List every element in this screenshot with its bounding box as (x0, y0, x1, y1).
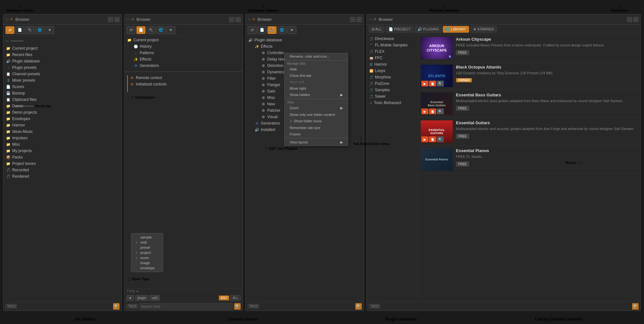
ctx-clone[interactable]: Clone this tab (285, 72, 348, 79)
panel3-nav-arrows[interactable]: ↑↓ (248, 18, 251, 21)
panel1-item-plugin-presets[interactable]: ♪ Plugin presets (4, 64, 121, 71)
panel1-item-envelopes[interactable]: 📁 Envelopes (4, 116, 121, 122)
panel4-lib-samples[interactable]: 🎵 Samples (367, 87, 418, 93)
panel3-btn-star[interactable]: ★ (287, 26, 296, 34)
panel1-tags-label[interactable]: TAGS (5, 304, 17, 309)
panel1-item-channel-presets[interactable]: 📋 Channel presets (4, 71, 121, 77)
panel2-item-initialized[interactable]: ⚙ Initialized controls (130, 81, 240, 87)
panel2-nav-arrows[interactable]: ↑↓ (127, 18, 130, 21)
panel1-item-backup[interactable]: 💾 Backup (4, 90, 121, 96)
panel2-tag-preset[interactable]: preset (131, 245, 163, 250)
panel4-lib-harmor[interactable]: 🎛 Harmor (367, 61, 418, 68)
panel1-btn-web[interactable]: 🌐 (35, 26, 44, 34)
panel4-lib-fpc[interactable]: 🥁 FPC (367, 55, 418, 61)
ctx-view-layout[interactable]: View layout▶ (285, 139, 348, 146)
panel4-close-btn[interactable]: × (633, 17, 639, 22)
panel3-minimize-btn[interactable]: – (350, 17, 355, 22)
ctx-show-folder-icons[interactable]: Show folder icons (285, 118, 348, 125)
panel2-btn-web[interactable]: 🌐 (156, 26, 165, 34)
panel2-item-patterns[interactable]: ♪ Patterns (125, 50, 243, 56)
arksun-zoom-icon[interactable]: 🔍 (449, 55, 452, 59)
panel1-minimize-btn[interactable]: – (108, 17, 113, 22)
panel4-lib-directwave[interactable]: 🎵 Directwave (367, 36, 418, 42)
panel1-btn-plugin[interactable]: 🔌 (25, 26, 34, 34)
panel4-tab-project[interactable]: 📄 PROJECT (386, 26, 413, 33)
panel2-item-remote-control[interactable]: ⚙ Remote control (130, 75, 240, 81)
panel3-item-plugin-db[interactable]: 🔊 Plugin database (246, 37, 364, 43)
guitars-browse-btn[interactable]: 📋 (429, 136, 436, 142)
panel2-btn-instruments[interactable]: ⇄ (127, 26, 136, 34)
panel4-lib-flex[interactable]: 🎵 FLEX (367, 48, 418, 55)
preset-guitars[interactable]: ESSENTIAL GUITARS ▶ 📋 🔍 Essential Guitar… (418, 118, 640, 146)
panel2-btn-file[interactable]: 📄 (136, 26, 145, 34)
panel2-btn-plugin[interactable]: 🔌 (146, 26, 155, 34)
panel1-item-plugin-database[interactable]: 🔊 Plugin database (4, 58, 121, 64)
guitars-play-btn[interactable]: ▶ (421, 136, 428, 142)
atlantis-browse-btn[interactable]: 📋 (429, 81, 436, 86)
ctx-rename[interactable]: Rename, color and icon... (285, 53, 348, 60)
ctx-move-right[interactable]: Move right (285, 85, 348, 92)
panel1-item-recent-files[interactable]: 📁 Recent files (4, 52, 121, 58)
bass-search-btn[interactable]: 🔍 (437, 109, 444, 114)
panel1-btn-star[interactable]: ★ (45, 26, 54, 34)
panel4-lib-morphine[interactable]: 🎵 Morphine (367, 74, 418, 80)
panel4-tab-all[interactable]: ⇄ ALL (369, 26, 384, 33)
panel3-btn-web[interactable]: 🌐 (277, 26, 286, 34)
panel2-close-btn[interactable]: × (235, 17, 241, 22)
panel1-item-demo-projects[interactable]: 📁 Demo projects (4, 109, 121, 116)
panel1-item-misc[interactable]: 📁 Misc (4, 141, 121, 148)
bass-browse-btn[interactable]: 📋 (429, 109, 436, 114)
preset-atlantis[interactable]: ATLANTIS ▶ 📋 🔍 Black Octopus Atlantis 12… (418, 62, 640, 90)
panel2-item-effects[interactable]: ✨ Effects (125, 56, 243, 62)
panel1-item-project-bones[interactable]: 📁 Project bones (4, 160, 121, 167)
preset-pianos[interactable]: Essential Pianos Essential Pianos FREE F… (418, 146, 640, 174)
panel4-lib-toxic[interactable]: ⚠ Toxic Biohazard (367, 100, 418, 106)
bass-play-btn[interactable]: ▶ (421, 109, 428, 114)
panel1-item-recorded[interactable]: 🎵 Recorded (4, 167, 121, 173)
panel2-tag-score[interactable]: ✓ score (131, 255, 163, 260)
guitars-search-btn[interactable]: 🔍 (437, 136, 444, 142)
panel2-item-generators[interactable]: ⚙ Generators (125, 62, 243, 69)
panel3-close-btn[interactable]: × (357, 17, 362, 22)
ctx-hide[interactable]: Hide (285, 66, 348, 72)
panel2-any-btn[interactable]: ANY (219, 296, 229, 300)
panel1-scroll-left-arrow[interactable]: ← (5, 38, 10, 44)
panel3-btn-plugin[interactable]: 🔊 (268, 26, 277, 34)
panel2-item-history[interactable]: 🕐 History (125, 43, 243, 50)
panel1-item-myprojects[interactable]: 📁 My projects (4, 148, 121, 154)
panel2-search-input[interactable] (139, 303, 233, 310)
panel2-tag-plugin-btn[interactable]: plugin (135, 295, 148, 301)
panel1-item-packs[interactable]: 📦 Packs (4, 154, 121, 160)
panel2-tag-project[interactable]: ✓ project (131, 250, 163, 255)
panel2-tag-vst3-btn[interactable]: vst3 (150, 295, 160, 301)
panel4-tab-plugins[interactable]: 🔊 PLUGINS (415, 26, 441, 33)
ctx-show-hidden[interactable]: Show hidden▶ (285, 92, 348, 98)
panel1-item-mixer-presets[interactable]: 🎚 Mixer presets (4, 77, 121, 84)
panel2-tag-sample[interactable]: sample (131, 235, 163, 240)
panel1-search-btn[interactable]: 🔍 (113, 303, 120, 310)
atlantis-play-btn[interactable]: ▶ (421, 81, 428, 86)
preset-arksun[interactable]: ARKSUN CITYSCAPE 🔍 Arksun Cityscape FREE… (418, 34, 640, 62)
panel3-btn-file[interactable]: 📄 (258, 26, 267, 34)
ctx-frozen[interactable]: Frozen (285, 131, 348, 137)
panel1-item-rendered[interactable]: 🎵 Rendered (4, 173, 121, 180)
ctx-one-folder[interactable]: Show only one folder content (285, 111, 348, 118)
panel2-tags-label[interactable]: TAGS (127, 304, 138, 309)
panel2-item-current-project[interactable]: 📁 Current project (125, 37, 243, 43)
panel4-lib-sawer[interactable]: 🎵 Sawer (367, 93, 418, 100)
panel4-tab-starred[interactable]: ★ STARRED (470, 26, 497, 33)
panel1-close-btn[interactable]: × (114, 17, 120, 22)
panel4-tab-library[interactable]: 🌐 LIBRARY (443, 26, 469, 33)
ctx-remember-size[interactable]: Remember tab size (285, 125, 348, 131)
panel4-lib-poizone[interactable]: 🎵 PoiZone (367, 80, 418, 87)
panel1-item-impulses[interactable]: 📁 Impulses (4, 135, 121, 141)
panel2-tag-envelope[interactable]: envelope (131, 265, 163, 271)
panel1-item-ideas[interactable]: 📁 Ideas-Music (4, 128, 121, 135)
panel2-btn-star[interactable]: ★ (166, 26, 175, 34)
panel4-lib-loops[interactable]: 🔁 Loops (367, 68, 418, 74)
panel1-item-harmor[interactable]: 📁 Harmor (4, 122, 121, 128)
preset-bass-guitars[interactable]: Essential Bass Guitars ▶ 📋 🔍 Essential B… (418, 90, 640, 118)
panel2-all-btn[interactable]: ALL (230, 295, 241, 301)
ctx-zoom[interactable]: Zoom▶ (285, 105, 348, 111)
panel3-tags-label[interactable]: TAGS (248, 304, 259, 309)
